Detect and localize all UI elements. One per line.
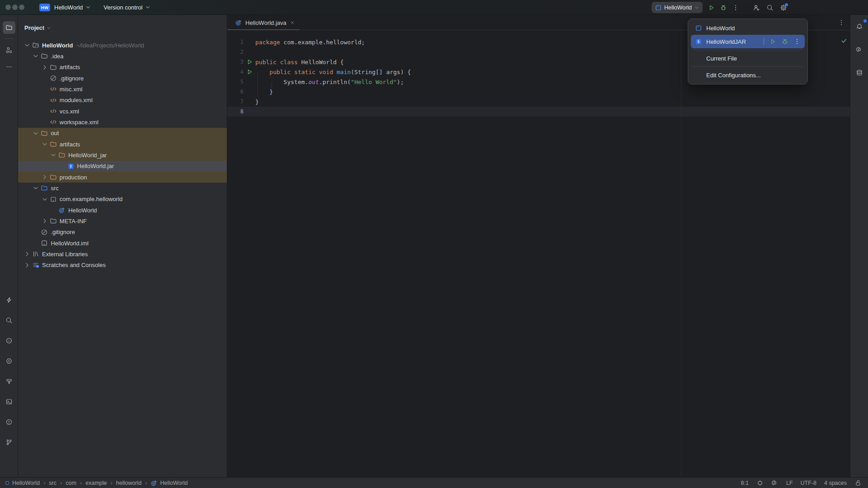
tree-item-out[interactable]: out	[18, 128, 227, 139]
indent-style[interactable]: 4 spaces	[824, 480, 847, 486]
services-tool-button[interactable]	[3, 334, 15, 347]
tree-item-label: artifacts	[60, 64, 80, 70]
highlighting-level-button[interactable]	[756, 479, 764, 487]
breadcrumb-example[interactable]: example	[85, 480, 107, 486]
line-separator[interactable]: LF	[786, 480, 793, 486]
tree-item-external-libraries[interactable]: External Libraries	[18, 249, 227, 259]
line-number: 2	[227, 49, 244, 55]
tree-item-meta-inf[interactable]: META-INF	[18, 216, 227, 226]
line-number: 6	[227, 89, 244, 95]
database-tool-button[interactable]	[853, 66, 866, 79]
code-line-6[interactable]: 6 }	[227, 87, 850, 97]
tree-item-artifacts[interactable]: artifacts	[18, 139, 227, 150]
breadcrumb-helloworld[interactable]: HelloWorld	[150, 479, 188, 487]
project-panel-header[interactable]: Project	[24, 24, 52, 31]
run-button[interactable]	[708, 4, 715, 11]
tree-item-helloworld[interactable]: HelloWorld~/IdeaProjects/HelloWorld	[18, 40, 227, 51]
search-everywhere-button[interactable]	[766, 4, 774, 11]
window-minimize-button[interactable]	[12, 5, 18, 10]
tree-item-helloworld[interactable]: HelloWorld	[18, 205, 227, 216]
play-icon[interactable]	[769, 38, 776, 45]
tree-item-workspace-xml[interactable]: workspace.xml	[18, 117, 227, 127]
tree-item-gitignore[interactable]: .gitignore	[18, 73, 227, 84]
problems-icon	[5, 418, 13, 426]
tree-item-helloworld-iml[interactable]: HelloWorld.iml	[18, 238, 227, 249]
settings-button[interactable]	[780, 4, 787, 11]
circle-dots-icon	[5, 337, 13, 344]
breadcrumb-src[interactable]: src	[49, 480, 56, 486]
run-config-option-helloworldjar[interactable]: HelloWorldJAR	[691, 35, 805, 48]
file-encoding[interactable]: UTF-8	[801, 480, 816, 486]
tree-item-idea[interactable]: .idea	[18, 51, 227, 61]
window-zoom-button[interactable]	[19, 5, 24, 10]
copilot-status-button[interactable]	[771, 479, 779, 487]
code-text: }	[255, 99, 259, 105]
app-config-icon	[695, 24, 702, 32]
tree-item-artifacts[interactable]: artifacts	[18, 62, 227, 73]
debug-icon[interactable]	[781, 38, 788, 45]
run-config-option-current-file[interactable]: Current File	[691, 52, 805, 65]
terminal-tool-button[interactable]	[3, 395, 15, 408]
code-line-8[interactable]: 8	[227, 107, 850, 117]
breadcrumb-helloworld[interactable]: HelloWorld	[5, 480, 40, 486]
tree-item-vcs-xml[interactable]: vcs.xml	[18, 106, 227, 117]
build-tool-button[interactable]	[3, 375, 15, 388]
caret-position[interactable]: 8:1	[741, 480, 749, 486]
tree-item-gitignore[interactable]: .gitignore	[18, 227, 227, 238]
close-icon[interactable]	[290, 20, 295, 25]
tree-item-label: .idea	[51, 53, 63, 60]
find-tool-button[interactable]	[3, 314, 15, 327]
debug-button[interactable]	[720, 4, 727, 11]
code-line-7[interactable]: 7}	[227, 97, 850, 107]
titlebar: HW HelloWorld Version control HelloWorld	[0, 0, 868, 15]
stripe-divider	[5, 38, 14, 39]
tree-item-label: META-INF	[60, 218, 87, 225]
version-control-tool-button[interactable]	[3, 436, 15, 449]
project-name-label: HelloWorld	[54, 4, 83, 11]
code-with-me-button[interactable]	[753, 4, 760, 11]
run-line-icon[interactable]	[246, 68, 253, 75]
tree-item-helloworld-jar[interactable]: HelloWorld.jar	[18, 161, 227, 172]
more-vertical-icon[interactable]	[793, 38, 801, 45]
quick-actions-tool-button[interactable]	[3, 294, 15, 306]
window-close-button[interactable]	[5, 5, 11, 10]
tree-item-production[interactable]: production	[18, 172, 227, 183]
ai-assistant-button[interactable]	[853, 43, 866, 56]
breadcrumb-helloworld[interactable]: helloworld	[116, 480, 141, 486]
more-run-actions-button[interactable]	[732, 4, 739, 11]
chevron-down-icon	[32, 184, 39, 192]
breadcrumb-com[interactable]: com	[66, 480, 76, 486]
chevron-down-icon	[85, 4, 91, 10]
more-tool-windows-button[interactable]	[3, 61, 15, 73]
notifications-button[interactable]	[853, 20, 866, 33]
class-run-icon	[150, 479, 158, 487]
run-configuration-selector[interactable]: HelloWorld	[652, 2, 703, 13]
run-config-option-helloworld[interactable]: HelloWorld	[691, 21, 805, 35]
editor-options-button[interactable]	[838, 19, 845, 26]
run-line-icon[interactable]	[246, 58, 253, 66]
problems-tool-button[interactable]	[3, 416, 15, 428]
tree-item-scratches-and-consoles[interactable]: Scratches and Consoles	[18, 260, 227, 271]
right-tool-stripe	[850, 15, 868, 477]
file-writable-toggle[interactable]	[854, 479, 862, 487]
breadcrumb-label: helloworld	[116, 480, 141, 486]
chevron-right-icon	[23, 262, 31, 269]
search-icon	[5, 317, 13, 324]
run-tool-button[interactable]	[3, 355, 15, 367]
tree-item-misc-xml[interactable]: misc.xml	[18, 84, 227, 94]
status-bar: HelloWorld›src›com›example›helloworld›He…	[0, 477, 868, 488]
project-name-menu[interactable]: HelloWorld	[54, 4, 91, 11]
structure-tool-button[interactable]	[3, 44, 15, 56]
project-tool-button[interactable]	[3, 21, 15, 34]
tree-item-helloworld-jar[interactable]: HelloWorld_jar	[18, 150, 227, 160]
tree-item-label: misc.xml	[60, 86, 83, 93]
tree-item-modules-xml[interactable]: modules.xml	[18, 95, 227, 106]
run-config-option-edit-configurations[interactable]: Edit Configurations...	[691, 68, 805, 82]
tab-helloworld-java[interactable]: HelloWorld.java	[227, 15, 300, 30]
tree-item-src[interactable]: src	[18, 183, 227, 193]
zap-icon	[5, 296, 13, 304]
tree-item-com-example-helloworld[interactable]: com.example.helloworld	[18, 194, 227, 205]
xml-icon	[50, 108, 57, 115]
version-control-menu[interactable]: Version control	[103, 4, 151, 11]
play-icon	[708, 4, 715, 11]
